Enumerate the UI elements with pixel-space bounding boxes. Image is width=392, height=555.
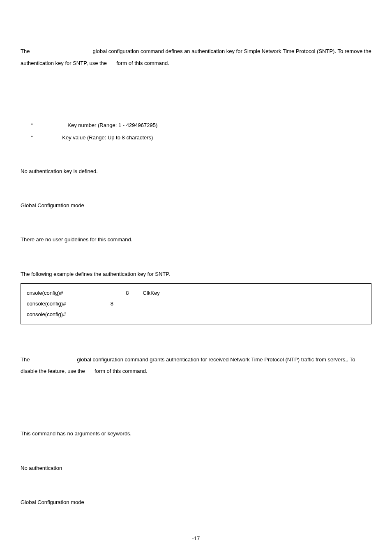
code-arg: ClkKey	[143, 290, 160, 296]
default-heading-2: Default Configuration	[21, 448, 371, 460]
syntax1-c: md5	[101, 94, 114, 100]
syntax2-l2: no sntp authenticate	[21, 416, 73, 423]
section2-title: 5.2.5 sntp authenticate	[21, 333, 371, 348]
list-item: number — Key number (Range: 1 - 42949672…	[31, 120, 371, 131]
code-prompt: console(config)#	[27, 301, 67, 307]
intro-no: no	[86, 368, 93, 374]
examples-text: The following example defines the authen…	[21, 268, 371, 280]
syntax1-d: value	[114, 94, 127, 100]
page-number: -17	[21, 533, 371, 545]
syntax2-b: number	[90, 109, 108, 115]
code-cmd: sntp authentication-key	[65, 290, 126, 296]
intro-post: form of this command.	[93, 368, 147, 374]
guidelines-heading: User Guidelines	[21, 220, 371, 232]
param-list: number — Key number (Range: 1 - 42949672…	[31, 120, 371, 143]
section1-title: 5.2.4 sntp authentication-key	[21, 25, 371, 40]
param-desc: Key value (Range: Up to 8 characters)	[62, 134, 153, 141]
examples-heading: Examples	[21, 254, 371, 266]
default-text-2: No authentication	[21, 462, 371, 474]
mode-heading: Command Mode	[21, 186, 371, 198]
code-prompt: console(config)#	[27, 311, 67, 317]
syntax2-line2: no sntp authenticate	[21, 414, 371, 426]
intro-pre: The	[21, 356, 31, 363]
noargs-text: This command has no arguments or keyword…	[21, 428, 371, 440]
guidelines-text: There are no user guidelines for this co…	[21, 234, 371, 246]
code-prompt: cnsole(config)#	[27, 290, 65, 296]
param-dash: —	[61, 122, 68, 128]
list-item: value — Key value (Range: Up to 8 charac…	[31, 132, 371, 143]
intro-pre: The	[21, 48, 31, 54]
param-desc: Key number (Range: 1 - 4294967295)	[67, 122, 157, 128]
code-arg: 8	[126, 290, 130, 296]
section1-intro: The sntp authentication-key global confi…	[21, 46, 371, 69]
syntax2-l1: sntp authenticate	[21, 402, 65, 408]
param-key: value	[41, 134, 55, 141]
mode-text: Global Configuration mode	[21, 200, 371, 212]
param-dash: —	[55, 134, 62, 141]
code-cmd: sntp authenticate	[67, 311, 112, 317]
mode-heading-2: Command Mode	[21, 482, 371, 494]
intro-cmd: sntp authenticate	[31, 356, 76, 363]
code-row-2: console(config)# sntp trusted-key 8	[27, 298, 365, 309]
code-cmd: sntp trusted-key	[67, 301, 111, 307]
default-heading: Default Configuration	[21, 151, 371, 163]
syntax-heading: Syntax	[21, 78, 371, 90]
intro-no: no	[108, 60, 115, 66]
code-example: cnsole(config)# sntp authentication-key …	[21, 283, 371, 324]
intro-cmd: sntp authentication-key	[31, 48, 91, 54]
syntax-heading-2: Syntax	[21, 386, 371, 398]
code-row-1: cnsole(config)# sntp authentication-key …	[27, 288, 365, 298]
syntax2-a: no sntp authentication-key	[21, 109, 90, 115]
section2-intro: The sntp authenticate global configurati…	[21, 354, 371, 377]
syntax1-b: number	[82, 94, 102, 100]
syntax1-a: sntp authentication-key	[21, 94, 82, 100]
param-key: number	[41, 122, 61, 128]
mode-text-2: Global Configuration mode	[21, 497, 371, 509]
code-arg: 8	[111, 301, 113, 307]
syntax-line-1: sntp authentication-key number md5 value	[21, 92, 371, 104]
code-cmd: md5	[130, 290, 143, 296]
default-text: No authentication key is defined.	[21, 166, 371, 178]
code-row-3: console(config)# sntp authenticate	[27, 309, 365, 320]
syntax2-line1: sntp authenticate	[21, 400, 371, 412]
intro-post: form of this command.	[115, 60, 169, 66]
syntax-line-2: no sntp authentication-key number	[21, 106, 371, 118]
